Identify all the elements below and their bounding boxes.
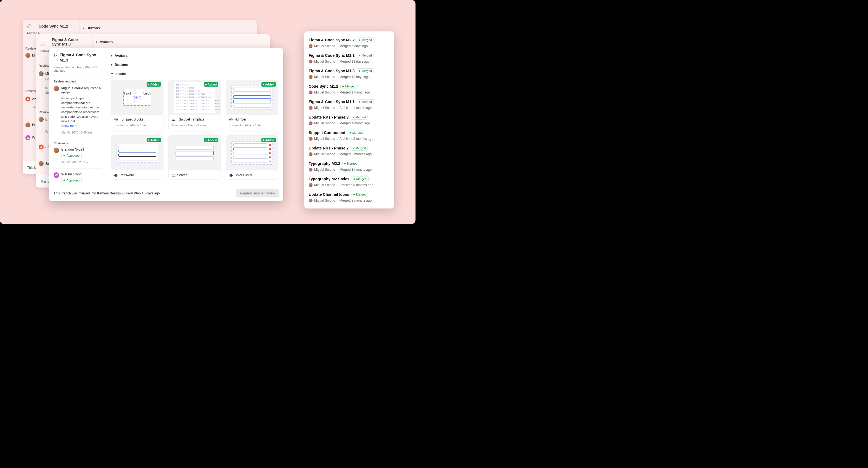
avatar [309,91,312,94]
avatar [39,71,43,76]
status-badge-approved: Approved [61,153,82,158]
section-header[interactable]: Buttons [83,26,100,30]
thumbnail: Added [226,80,278,115]
branch-list-item[interactable]: Typography M2 StylesMerged Miguel Solori… [309,175,390,190]
component-card[interactable]: Added Number 5 variants · Affects 1 item [226,80,278,130]
footer: This branch was merged into Kanvas Desig… [49,185,283,201]
component-name: Color Picker [235,173,252,177]
thumbnail: Added [111,136,163,170]
request-timestamp: Mar 01 2023 10:39 am [61,130,101,135]
branch-author: Miguel Solorio [314,44,335,48]
branch-list-item[interactable]: Update RKs - Phase 2Merged Miguel Solori… [309,144,390,159]
thumbnail: Added [169,136,221,170]
branch-list-item[interactable]: Figma & Code Sync M1.3Merged Miguel Solo… [309,67,390,82]
added-chip: Added [147,138,161,142]
merged-badge: Merged [351,115,368,120]
branch-title: Figma & Code Sync M2.2 [309,38,354,42]
reviewer-peek: Mi [25,53,36,58]
changes-content[interactable]: Avatars Buttons Inputs Added text{{ text… [106,48,283,185]
component-icon [115,174,117,176]
reviewers-label: Reviewers [54,141,101,145]
avatar-letter: A [39,144,43,149]
branch-list-item[interactable]: Snippet ComponentMerged Miguel Solorio·A… [309,129,390,144]
avatar [309,183,312,187]
branch-list-item[interactable]: Code Sync M1.2Merged Miguel Solorio·Merg… [309,82,390,98]
chevron-right-icon [111,55,112,57]
component-card[interactable]: Added Password [111,135,163,179]
branch-list-item[interactable]: Figma & Code Sync M2.2Merged Miguel Solo… [309,36,390,51]
merged-badge: Merged [352,176,369,181]
avatar [25,53,30,58]
component-icon [172,174,175,176]
avatar [309,44,312,48]
merged-badge: Merged [351,192,368,197]
added-chip: Added [261,82,276,87]
branch-icon [27,24,31,28]
branch-list-item[interactable]: Typography M2.2Merged Miguel Solorio·Mer… [309,159,390,175]
review-window: Figma & Code Sync M1.3 Kanvas Design Lib… [49,48,283,201]
branch-list-item[interactable]: Figma & Code Sync M1.1Merged Miguel Solo… [309,98,390,113]
component-name: Password [120,173,134,177]
reviewer-name: Brandon Nydell [61,147,90,152]
component-card[interactable]: Added Search [168,135,221,179]
request-body: Revamped Input components that are separ… [61,96,101,124]
reviewer-item: W William Frohn Approved Mar 01 2023 2:3… [54,172,101,185]
avatar [54,147,59,153]
svg-point-0 [54,54,55,55]
sidebar: Figma & Code Sync M1.3 Kanvas Design Lib… [49,48,106,185]
merged-badge: Merged [357,37,374,42]
chevron-down-icon [111,73,113,74]
avatar-letter: W [54,172,59,178]
avatar [309,75,312,79]
reviewer-peek: AAz [39,144,49,149]
reviewer-peek: Br [39,117,49,122]
branch-when: Merged 5 days ago [339,44,368,48]
component-icon [229,174,232,176]
component-card[interactable]: Added text{{ text }}text _Snippet Blocks… [111,80,163,130]
reviewer-peek: Mi [39,71,49,76]
canvas: Code Sync M1.2 Kanvas D Buttons Review r… [0,0,415,224]
branch-icon [40,42,44,46]
reviewer-peek: WW [25,135,35,140]
avatar [309,106,312,110]
avatar [309,137,312,141]
reviewer-timestamp: Mar 01 2023 2:32 pm [61,161,90,164]
added-chip: Added [147,82,161,87]
section-inputs[interactable]: Inputs [111,71,278,80]
avatar-letter: W [25,135,30,140]
component-meta: 9 variants · Affects 1 item [169,124,221,130]
branch-list-item[interactable]: Update RKs - Phase 3Merged Miguel Solori… [309,113,390,129]
reviewer-name: William Frohn [61,172,90,176]
section-header[interactable]: Avatars [96,40,113,44]
reviewer-peek: Br [25,123,35,127]
branch-icon [54,53,57,57]
component-card[interactable]: Added one | two |one | two | threeone | … [168,80,221,130]
merged-badge: Merged [351,145,368,151]
review-request-label: Review request [54,80,101,83]
section-avatars[interactable]: Avatars [111,53,278,62]
branch-list-item[interactable]: Update Channel IconsMerged Miguel Solori… [309,190,390,206]
component-meta: 3 variants · Affects 1 item [111,124,163,130]
component-icon [172,118,175,121]
request-author: Miguel Solorio [61,86,83,90]
show-more-link[interactable]: Show more [61,124,77,127]
avatar [309,60,312,63]
avatar [39,117,43,122]
merged-badge: Merged [357,68,374,73]
branch-subtitle: Kanvas Design Library Web · 41 changes [54,66,101,72]
added-chip: Added [204,82,218,87]
merged-badge: Merged [340,84,357,89]
avatar-letter: A [25,97,30,101]
svg-point-1 [54,56,55,57]
section-buttons[interactable]: Buttons [111,62,278,71]
component-icon [115,118,117,121]
window-title: Code Sync M1.2 [39,24,68,28]
component-icon [229,118,232,121]
component-name: _Snippet Template [177,118,204,121]
branch-title: Figma & Code Sync M1.3 [60,53,101,63]
reviewer-item: Brandon Nydell Approved Mar 01 2023 2:32… [54,147,101,168]
component-card[interactable]: Added Color Picker [226,135,278,179]
branch-list-item[interactable]: Figma & Code Sync M2.1Merged Miguel Solo… [309,51,390,67]
chevron-right-icon [111,64,112,66]
request-review-button[interactable]: Request another review [236,189,279,197]
